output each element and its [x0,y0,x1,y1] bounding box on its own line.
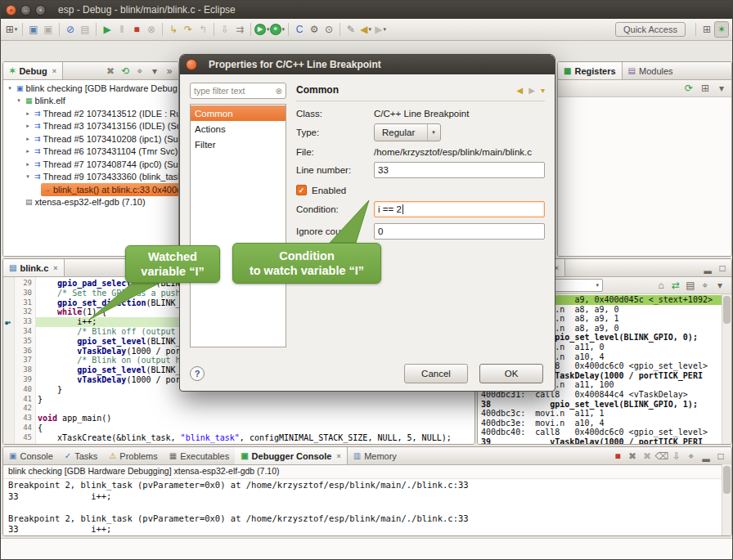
remove-all-launches-icon[interactable]: ✖ [640,448,654,464]
line-number-input[interactable]: 33 [374,162,545,178]
tab-problems[interactable]: ⚠Problems [103,447,163,464]
tab-registers[interactable]: ▦Registers [558,62,623,79]
debug-tree-item[interactable]: ▸⇉Thread #3 1073413156 (IDLE) (Susp [3,120,178,133]
tree-expand-icon[interactable]: ▸ [24,123,32,129]
debug-tree-item[interactable]: ▸⇉Thread #7 1073408744 (ipc0) (Susp [3,158,178,171]
last-edit-location-icon[interactable]: ✎ [344,21,358,38]
tree-expand-icon[interactable]: ▸ [24,148,32,155]
ok-button[interactable]: OK [479,364,543,383]
debug-tree-item[interactable]: ▾▣blink checking [GDB Hardware Debug [3,82,178,95]
refresh-icon[interactable]: ⟳ [681,80,696,96]
tree-expand-icon[interactable]: ▾ [6,85,14,92]
tree-expand-icon[interactable]: ▸ [24,161,32,168]
tree-expand-icon[interactable]: ▾ [15,97,23,104]
view-menu-icon[interactable]: ▾ [713,277,727,293]
disconnect-icon[interactable]: ⊗ [144,21,159,38]
close-tab-icon[interactable]: × [53,264,57,272]
scrollbar-thumb[interactable] [723,296,731,324]
tree-expand-icon[interactable]: ▸ [24,110,32,117]
window-titlebar[interactable]: × – + esp - Debug - blink/main/blink.c -… [1,1,732,19]
forward-icon[interactable]: ▶ [528,86,535,95]
debug-tree-item[interactable]: ▸⇉Thread #6 1073431104 (Tmr Svc) (S [3,146,178,159]
new-wizard-icon[interactable]: ⊞▾ [4,21,19,38]
add-register-group-icon[interactable]: ⊞ [698,80,713,96]
view-menu-icon[interactable]: ▾ [714,80,729,96]
minimize-icon[interactable]: ▂ [700,260,715,276]
save-icon[interactable]: ▣ [26,21,41,38]
debug-tree-item[interactable]: ▸⇉Thread #5 1073410208 (ipc1) (Susp [3,132,178,146]
code-line[interactable]: 44{ [3,423,474,433]
window-close-button[interactable]: × [6,5,16,16]
condition-input[interactable]: i == 2 [374,201,545,217]
dialog-nav-item[interactable]: Common [191,105,286,121]
suspend-icon[interactable]: ‖ [115,21,129,38]
breakpoint-types-icon[interactable]: ▤ [78,21,92,38]
type-dropdown[interactable]: Regular ▾ [374,123,441,141]
maximize-icon[interactable]: □ [715,260,730,276]
tab-memory[interactable]: ▥Memory [348,447,402,464]
tab-debug[interactable]: ✶ Debug × [3,62,63,79]
skip-breakpoints-icon[interactable]: ⊘ [63,21,78,38]
tab-tasks[interactable]: ✓Tasks [59,447,104,464]
cancel-button[interactable]: Cancel [404,364,468,383]
window-minimize-button[interactable]: – [20,5,31,16]
build-icon[interactable]: ⚙ [307,21,322,38]
debug-perspective-icon[interactable]: ✶ [714,21,729,38]
run-icon[interactable]: ▶▾ [254,21,270,38]
code-line[interactable]: 43void app_main() [3,414,474,423]
restart-icon[interactable]: ⟲ [118,63,133,79]
chevron-down-icon[interactable]: ▾ [541,86,545,95]
disassembly-line[interactable]: 39 vTaskDelay(1000 / portTICK_PERI [478,437,731,445]
help-button[interactable]: ? [190,366,205,381]
clear-filter-icon[interactable]: ⊗ [276,87,282,96]
terminate-icon[interactable]: ■ [610,448,625,464]
debug-tree-item[interactable]: ▾▦blink.elf [3,95,178,108]
enabled-checkbox[interactable]: ✓ [296,185,307,195]
dialog-close-button[interactable] [186,59,197,70]
new-c-project-icon[interactable]: C [292,21,307,38]
remove-launch-icon[interactable]: ✖ [625,448,640,464]
step-return-icon[interactable]: ↰ [196,21,210,38]
track-pc-icon[interactable]: ⌖ [698,277,713,293]
toolbar-overflow-icon[interactable]: » [162,63,177,79]
step-over-icon[interactable]: ↷ [181,21,196,38]
close-tab-icon[interactable]: × [52,67,56,75]
terminate-icon[interactable]: ■ [129,21,144,38]
scrollbar[interactable] [722,294,731,445]
debug-tree-item[interactable]: ▸⇉Thread #2 1073413512 (IDLE : Runn [3,107,178,120]
code-line[interactable]: 45 xTaskCreate(&blink_task, "blink_task"… [3,433,474,443]
forward-icon[interactable]: ▶▾ [373,21,388,38]
search-icon[interactable]: ⊙ [322,21,336,38]
tab-console[interactable]: ▣Console [3,447,59,464]
tab-blink-c[interactable]: ▤ blink.c × [3,259,65,276]
scrollbar-thumb[interactable] [723,466,731,494]
disassembly-line[interactable]: 400dbc3e: movi.n a10, 4 [478,419,731,428]
home-icon[interactable]: ⌂ [654,277,668,293]
close-tab-icon[interactable]: × [336,452,340,460]
pin-console-icon[interactable]: ⌖ [684,448,699,464]
code-line[interactable]: 41} [3,395,474,405]
scroll-lock-icon[interactable]: ⇩ [669,448,684,464]
tab-modules[interactable]: ▤Modules [623,62,679,79]
dialog-nav-item[interactable]: Filter [191,137,286,152]
remove-terminated-icon[interactable]: ✖ [103,63,118,79]
window-maximize-button[interactable]: + [35,5,46,16]
quick-access-button[interactable]: Quick Access [615,22,686,37]
tab-executables[interactable]: ▦Executables [164,447,235,464]
resume-icon[interactable]: ▶ [100,21,115,38]
save-all-icon[interactable]: ▣ [41,21,56,38]
sync-selection-icon[interactable]: ⇄ [668,277,683,293]
step-into-icon[interactable]: ↳ [166,21,181,38]
open-perspective-icon[interactable]: ⊞ [699,21,714,38]
instruction-stepping-icon[interactable]: ⇉ [232,21,247,38]
ignore-count-input[interactable]: 0 [374,223,545,240]
pin-icon[interactable]: ⌖ [133,63,147,79]
console-output[interactable]: Breakpoint 2, blink_task (pvParameter=0x… [3,479,731,536]
show-source-icon[interactable]: ▤ [683,277,698,293]
back-icon[interactable]: ◀▾ [358,21,373,38]
minimize-icon[interactable]: ▂ [699,448,713,464]
code-line[interactable]: 42 [3,404,474,414]
tree-expand-icon[interactable]: ▾ [24,173,32,180]
clear-console-icon[interactable]: ⌫ [654,448,669,464]
tree-expand-icon[interactable]: ▸ [24,136,32,142]
